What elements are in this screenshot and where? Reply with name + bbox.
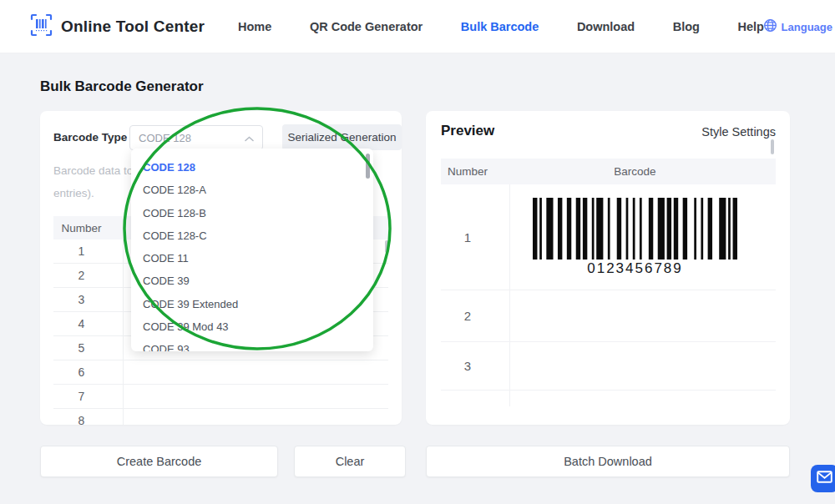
dropdown-option-code-93[interactable]: CODE 93 — [131, 338, 373, 351]
preview-table: Number Barcode 1 0123456789 2 3 — [441, 159, 776, 406]
helper-text-line2: entries). — [53, 187, 94, 199]
barcode-type-label: Barcode Type — [53, 131, 127, 144]
table-row: 6 — [53, 360, 388, 385]
create-barcode-button[interactable]: Create Barcode — [40, 446, 278, 477]
barcode-type-value: CODE 128 — [139, 132, 245, 144]
preview-row: 1 0123456789 — [441, 184, 776, 290]
dropdown-option-code-39-ext[interactable]: CODE 39 Extended — [131, 293, 373, 315]
batch-download-button[interactable]: Batch Download — [426, 446, 790, 477]
scrollbar-thumb[interactable] — [771, 139, 774, 154]
dropdown-option-code-128-b[interactable]: CODE 128-B — [131, 202, 373, 224]
preview-table-header: Number Barcode — [441, 159, 776, 184]
bulk-barcode-generator-page: Online Tool Center Home QR Code Generato… — [0, 0, 835, 504]
preview-row: 3 — [441, 342, 776, 391]
chevron-up-icon — [245, 130, 254, 145]
style-settings-link[interactable]: Style Settings — [701, 125, 776, 139]
top-navbar: Online Tool Center Home QR Code Generato… — [0, 0, 835, 53]
brand-name: Online Tool Center — [61, 18, 205, 36]
nav-item-qr-code-generator[interactable]: QR Code Generator — [310, 20, 423, 33]
dropdown-option-code-128-a[interactable]: CODE 128-A — [131, 179, 373, 201]
nav-item-bulk-barcode[interactable]: Bulk Barcode — [461, 20, 539, 33]
column-divider — [509, 184, 510, 406]
globe-icon — [763, 18, 777, 36]
dropdown-option-code-39-mod43[interactable]: CODE 39 Mod 43 — [131, 315, 373, 338]
row-number: 4 — [53, 312, 109, 335]
main-nav: Home QR Code Generator Bulk Barcode Down… — [238, 0, 764, 53]
preview-panel: Preview Style Settings Number Barcode 1 … — [426, 111, 790, 425]
barcode-type-select[interactable]: CODE 128 — [129, 125, 263, 150]
helper-text-line1: Barcode data to — [53, 164, 133, 177]
serialized-generation-button[interactable]: Serialized Generation — [282, 124, 402, 150]
number-column-header: Number — [441, 165, 494, 178]
number-column-header: Number — [53, 222, 109, 234]
scrollbar-thumb[interactable] — [366, 154, 370, 179]
nav-item-download[interactable]: Download — [577, 20, 635, 33]
data-cell[interactable] — [109, 385, 388, 408]
barcode-value: 0123456789 — [587, 260, 683, 277]
preview-title: Preview — [441, 123, 494, 139]
scrollbar-thumb[interactable] — [385, 240, 388, 253]
dropdown-option-code-39[interactable]: CODE 39 — [131, 270, 373, 292]
language-label: Language — [782, 21, 832, 33]
brand-logo[interactable]: Online Tool Center — [30, 0, 205, 53]
dropdown-option-code-128[interactable]: CODE 128 — [131, 156, 373, 179]
row-number: 7 — [53, 385, 109, 408]
page-title: Bulk Barcode Generator — [40, 78, 204, 95]
dropdown-option-code-128-c[interactable]: CODE 128-C — [131, 224, 373, 247]
row-number: 1 — [53, 239, 109, 263]
table-row: 8 — [53, 409, 388, 425]
nav-item-blog[interactable]: Blog — [673, 20, 700, 33]
nav-item-home[interactable]: Home — [238, 20, 271, 33]
table-row: 7 — [53, 385, 388, 409]
barcode-type-dropdown: CODE 128 CODE 128-A CODE 128-B CODE 128-… — [131, 149, 373, 351]
row-number: 6 — [53, 360, 109, 384]
row-number: 1 — [441, 184, 494, 290]
row-number: 3 — [441, 342, 494, 390]
column-divider — [123, 239, 124, 425]
row-number: 3 — [53, 288, 109, 311]
barcode-logo-icon — [30, 13, 53, 41]
preview-row — [441, 391, 776, 406]
preview-row: 2 — [441, 290, 776, 342]
row-number: 2 — [53, 264, 109, 287]
data-cell[interactable] — [109, 409, 388, 425]
barcode-column-header: Barcode — [494, 165, 776, 178]
row-number: 2 — [441, 290, 494, 341]
barcode-image — [533, 198, 737, 260]
email-icon — [817, 471, 832, 486]
row-number: 8 — [53, 409, 109, 425]
nav-item-help[interactable]: Help — [738, 20, 764, 33]
language-selector[interactable]: Language — [763, 0, 832, 53]
dropdown-option-code-11[interactable]: CODE 11 — [131, 247, 373, 270]
row-number — [441, 391, 494, 406]
data-cell[interactable] — [109, 360, 388, 384]
contact-email-button[interactable] — [811, 465, 835, 492]
clear-button[interactable]: Clear — [294, 446, 406, 477]
row-number: 5 — [53, 336, 109, 360]
